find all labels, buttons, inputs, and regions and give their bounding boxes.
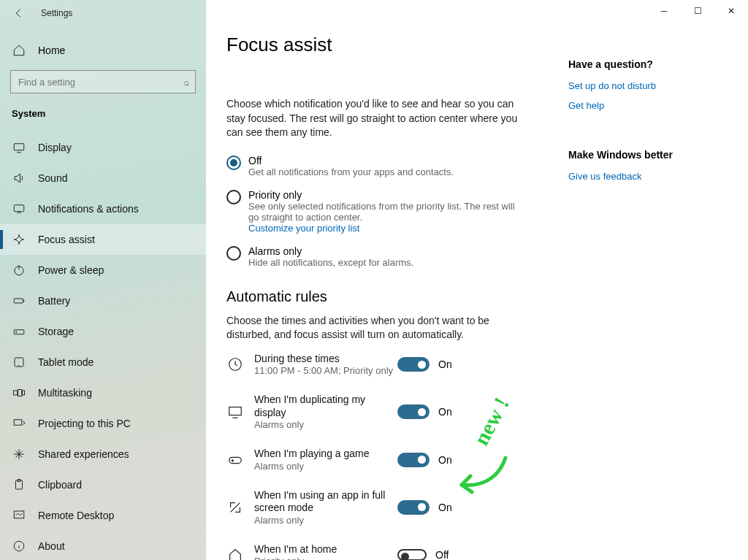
sidebar-item-label: Storage bbox=[38, 326, 74, 337]
svg-rect-9 bbox=[23, 391, 25, 395]
feedback-link[interactable]: Give us feedback bbox=[568, 171, 714, 182]
svg-rect-17 bbox=[229, 457, 242, 463]
setup-dnd-link[interactable]: Set up do not disturb bbox=[568, 80, 714, 91]
sidebar-item-focus-assist[interactable]: Focus assist bbox=[0, 224, 206, 255]
sidebar-item-display[interactable]: Display bbox=[0, 132, 206, 163]
rule-sub: Alarms only bbox=[254, 461, 394, 472]
tablet-icon bbox=[12, 356, 26, 369]
sidebar-item-clipboard[interactable]: Clipboard bbox=[0, 469, 206, 500]
toggle-state: On bbox=[438, 406, 452, 418]
power-icon bbox=[12, 264, 26, 277]
toggle-fullscreen[interactable] bbox=[397, 500, 430, 515]
sidebar-item-battery[interactable]: Battery bbox=[0, 285, 206, 316]
sidebar-item-label: Remote Desktop bbox=[38, 510, 114, 521]
rule-label: When I'm playing a game bbox=[254, 448, 394, 461]
shared-icon bbox=[12, 448, 26, 461]
sidebar-item-label: Tablet mode bbox=[38, 356, 94, 368]
search-icon: ⌕ bbox=[183, 77, 189, 88]
sidebar-item-about[interactable]: About bbox=[0, 531, 206, 560]
toggle-state: On bbox=[438, 454, 452, 466]
close-button[interactable]: ✕ bbox=[714, 0, 748, 22]
radio-off[interactable]: Off Get all notifications from your apps… bbox=[226, 155, 561, 177]
sidebar-item-remote[interactable]: Remote Desktop bbox=[0, 500, 206, 531]
page-title: Focus assist bbox=[226, 34, 561, 56]
sidebar-item-label: Focus assist bbox=[38, 234, 95, 245]
clipboard-icon bbox=[12, 478, 26, 491]
question-heading: Have a question? bbox=[568, 58, 714, 70]
radio-indicator bbox=[226, 156, 241, 170]
rules-sub: Choose the times and activities when you… bbox=[226, 314, 519, 342]
svg-rect-10 bbox=[14, 420, 22, 426]
get-help-link[interactable]: Get help bbox=[568, 100, 714, 111]
sidebar-item-label: About bbox=[38, 540, 65, 552]
toggle-state: On bbox=[438, 358, 452, 370]
rule-times[interactable]: During these times11:00 PM - 5:00 AM; Pr… bbox=[226, 353, 561, 377]
sidebar-item-sound[interactable]: Sound bbox=[0, 163, 206, 193]
feedback-heading: Make Windows better bbox=[568, 149, 714, 161]
radio-alarms[interactable]: Alarms only Hide all notifications, exce… bbox=[226, 245, 561, 268]
sidebar-item-label: Notifications & actions bbox=[38, 203, 139, 215]
rule-label: During these times bbox=[254, 353, 394, 366]
sidebar-item-label: Shared experiences bbox=[38, 448, 129, 460]
svg-rect-1 bbox=[14, 205, 24, 212]
clock-icon bbox=[226, 356, 244, 373]
remote-icon bbox=[12, 509, 26, 522]
fullscreen-icon bbox=[226, 499, 244, 516]
sidebar-item-label: Multitasking bbox=[38, 387, 92, 399]
multitasking-icon bbox=[12, 386, 26, 399]
svg-rect-3 bbox=[14, 299, 23, 303]
sidebar-item-tablet[interactable]: Tablet mode bbox=[0, 347, 206, 377]
sound-icon bbox=[12, 172, 26, 185]
sidebar-item-multitasking[interactable]: Multitasking bbox=[0, 377, 206, 408]
sidebar-item-label: Battery bbox=[38, 295, 70, 307]
search-field[interactable] bbox=[17, 76, 183, 88]
sidebar-item-projecting[interactable]: Projecting to this PC bbox=[0, 408, 206, 439]
back-button[interactable] bbox=[10, 4, 28, 22]
svg-rect-7 bbox=[14, 391, 18, 395]
radio-sub: Get all notifications from your apps and… bbox=[248, 166, 454, 177]
sidebar-item-shared[interactable]: Shared experiences bbox=[0, 439, 206, 469]
home-rule-icon bbox=[226, 546, 244, 560]
sidebar-item-storage[interactable]: Storage bbox=[0, 316, 206, 347]
home-button[interactable]: Home bbox=[0, 37, 206, 64]
focus-icon bbox=[12, 233, 26, 246]
sidebar: Settings Home ⌕ System Display Sound bbox=[0, 0, 206, 560]
sidebar-item-notifications[interactable]: Notifications & actions bbox=[0, 193, 206, 224]
svg-rect-16 bbox=[229, 407, 242, 415]
customize-priority-link[interactable]: Customize your priority list bbox=[248, 223, 526, 234]
sidebar-item-label: Power & sleep bbox=[38, 264, 104, 276]
right-column: Have a question? Set up do not disturb G… bbox=[561, 0, 729, 560]
radio-indicator bbox=[226, 190, 241, 204]
toggle-state: On bbox=[438, 502, 452, 513]
storage-icon bbox=[12, 325, 26, 338]
toggle-game[interactable] bbox=[397, 453, 430, 467]
sidebar-item-label: Clipboard bbox=[38, 479, 82, 491]
display-dup-icon bbox=[226, 403, 244, 421]
svg-point-5 bbox=[16, 331, 17, 332]
app-title: Settings bbox=[41, 8, 72, 18]
nav-list: Display Sound Notifications & actions Fo… bbox=[0, 132, 206, 560]
sidebar-item-label: Sound bbox=[38, 172, 67, 184]
toggle-times[interactable] bbox=[397, 357, 430, 372]
rule-sub: Priority only bbox=[254, 556, 394, 560]
minimize-button[interactable]: ─ bbox=[647, 0, 681, 22]
radio-priority[interactable]: Priority only See only selected notifica… bbox=[226, 189, 561, 234]
battery-icon bbox=[12, 294, 26, 307]
rule-home[interactable]: When I'm at homePriority only Off bbox=[226, 543, 561, 560]
maximize-button[interactable]: ☐ bbox=[681, 0, 714, 22]
svg-rect-8 bbox=[18, 390, 22, 396]
radio-label: Priority only bbox=[248, 189, 526, 201]
home-icon bbox=[12, 44, 26, 57]
home-label: Home bbox=[38, 45, 65, 56]
sidebar-item-power[interactable]: Power & sleep bbox=[0, 255, 206, 285]
toggle-home[interactable] bbox=[397, 549, 427, 560]
notifications-icon bbox=[12, 202, 26, 215]
handwritten-arrow bbox=[454, 454, 513, 508]
radio-label: Alarms only bbox=[248, 245, 413, 257]
projecting-icon bbox=[12, 417, 26, 430]
search-input[interactable]: ⌕ bbox=[10, 70, 196, 93]
toggle-duplicate[interactable] bbox=[397, 404, 430, 419]
rule-sub: Alarms only bbox=[254, 419, 394, 430]
radio-label: Off bbox=[248, 155, 454, 166]
rule-label: When I'm duplicating my display bbox=[254, 394, 394, 419]
